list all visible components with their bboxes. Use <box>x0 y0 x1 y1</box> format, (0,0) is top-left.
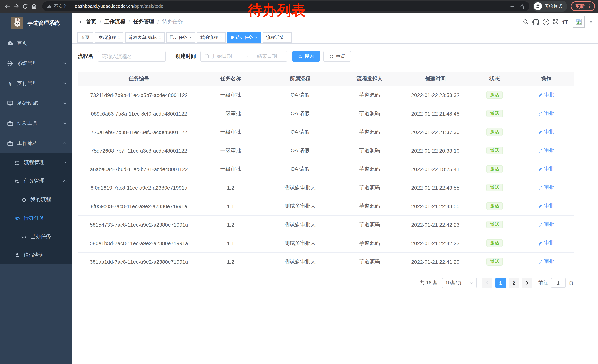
sidebar-toggle-icon[interactable] <box>75 18 82 25</box>
cell-action: 审批 <box>519 160 573 178</box>
tab-todo-tasks[interactable]: 待办任务× <box>227 32 261 43</box>
tab-close-icon[interactable]: × <box>286 35 288 40</box>
cell-process: 测试多审批人 <box>261 197 339 215</box>
sidebar-item-done-tasks[interactable]: 已办任务 <box>0 227 72 246</box>
sidebar-item-leave-query[interactable]: 请假查询 <box>0 246 72 264</box>
browser-update-button[interactable]: 更新 <box>571 1 595 11</box>
next-page-button[interactable] <box>522 278 532 288</box>
reset-button[interactable]: 重置 <box>324 51 351 62</box>
browser-back-icon[interactable] <box>4 3 10 9</box>
list-icon <box>15 160 20 165</box>
avatar-caret-icon[interactable] <box>589 21 593 23</box>
goto-page-input[interactable] <box>551 278 566 288</box>
breadcrumb-home[interactable]: 首页 <box>86 18 96 25</box>
edit-pencil-icon <box>538 111 543 116</box>
approve-link[interactable]: 审批 <box>538 240 555 246</box>
sidebar-item-workflow[interactable]: 工作流程 <box>0 133 72 153</box>
start-date-placeholder[interactable]: 开始日期 <box>212 53 245 60</box>
approve-link[interactable]: 审批 <box>538 203 555 209</box>
tab-close-icon[interactable]: × <box>118 35 120 40</box>
cell-create-time: 2022-01-22 23:53:32 <box>400 86 471 104</box>
status-badge: 激活 <box>486 146 503 154</box>
browser-reload-icon[interactable] <box>22 3 28 9</box>
sidebar: 芋道管理系统 首页 系统管理 ¥ 支付管理 基础设施 <box>0 13 72 364</box>
approve-link[interactable]: 审批 <box>538 92 555 98</box>
app-logo[interactable]: 芋道管理系统 <box>0 13 72 33</box>
date-range-picker[interactable]: 开始日期 - 结束日期 <box>200 51 287 62</box>
approve-link[interactable]: 审批 <box>538 258 555 265</box>
cell-action: 审批 <box>519 197 573 215</box>
approve-link[interactable]: 审批 <box>538 166 555 172</box>
cell-action: 审批 <box>519 141 573 160</box>
tab-my-process[interactable]: 我的流程× <box>197 32 226 43</box>
url-domain[interactable]: dashboard.yudao.iocoder.cn <box>75 4 133 9</box>
approve-link[interactable]: 审批 <box>538 221 555 228</box>
cell-task-id: 725a1eb6-7b88-11ec-8ef0-acde48001122 <box>78 123 200 141</box>
update-label[interactable]: 更新 <box>575 3 585 9</box>
approve-link-label: 审批 <box>544 184 555 191</box>
breadcrumb-separator: / <box>129 19 130 25</box>
page-2-button[interactable]: 2 <box>509 278 519 288</box>
cell-task-id: 8f059c03-7ac8-11ec-a9e2-a2380e71991a <box>78 197 200 215</box>
prev-page-button[interactable] <box>482 278 492 288</box>
tab-process-detail[interactable]: 流程详情× <box>263 32 291 43</box>
sidebar-item-my-process[interactable]: 我的流程 <box>0 190 72 209</box>
breadcrumb-workflow[interactable]: 工作流程 <box>105 18 125 25</box>
process-name-input[interactable] <box>98 51 166 62</box>
sidebar-item-home[interactable]: 首页 <box>0 33 72 53</box>
table-row: 75d72608-7b7f-11ec-a3c8-acde48001122 一级审… <box>78 141 573 160</box>
cell-action: 审批 <box>519 123 573 141</box>
sidebar-item-label: 待办任务 <box>24 215 67 221</box>
sidebar-item-infra[interactable]: 基础设施 <box>0 93 72 113</box>
sidebar-item-system[interactable]: 系统管理 <box>0 53 72 73</box>
cell-task-name: 一级审批 <box>200 141 261 160</box>
workflow-submenu: 流程管理 任务管理 我的流程 待办任务 <box>0 153 72 264</box>
browser-home-icon[interactable] <box>31 3 37 9</box>
briefcase-icon <box>7 140 13 146</box>
github-icon[interactable] <box>532 18 540 25</box>
tab-home[interactable]: 首页 <box>77 32 93 43</box>
font-size-icon[interactable]: tT <box>562 19 568 25</box>
approve-link[interactable]: 审批 <box>538 147 555 154</box>
end-date-placeholder[interactable]: 结束日期 <box>251 53 284 60</box>
breadcrumb-task-mgmt[interactable]: 任务管理 <box>133 18 154 25</box>
breadcrumb-current: 待办任务 <box>162 18 183 25</box>
fullscreen-icon[interactable] <box>552 18 559 25</box>
password-key-icon[interactable] <box>509 4 515 9</box>
goto-label: 前往 <box>538 280 548 286</box>
sidebar-item-label: 任务管理 <box>24 178 63 184</box>
edit-pencil-icon <box>538 241 543 245</box>
approve-link-label: 审批 <box>544 166 555 172</box>
sidebar-item-task-mgmt[interactable]: 任务管理 <box>0 172 72 190</box>
approve-link[interactable]: 审批 <box>538 184 555 191</box>
sidebar-item-devtools[interactable]: 研发工具 <box>0 113 72 133</box>
cell-process: OA 请假 <box>261 160 339 178</box>
avatar[interactable] <box>573 16 585 28</box>
sidebar-item-process-mgmt[interactable]: 流程管理 <box>0 153 72 172</box>
help-icon[interactable]: ? <box>543 19 549 25</box>
page-1-button[interactable]: 1 <box>495 278 506 288</box>
active-tab-dot <box>231 36 234 39</box>
not-secure-warning-icon <box>47 4 52 9</box>
tab-close-icon[interactable]: × <box>220 35 222 40</box>
approve-link[interactable]: 审批 <box>538 129 555 135</box>
page-size-select[interactable]: 10条/页 <box>442 278 477 288</box>
sidebar-item-todo-tasks[interactable]: 待办任务 <box>0 209 72 227</box>
tab-process-form-edit[interactable]: 流程表单-编辑× <box>125 32 165 43</box>
tab-start-process[interactable]: 发起流程× <box>95 32 124 43</box>
col-task-id: 任务编号 <box>78 72 200 86</box>
search-button[interactable]: 搜索 <box>292 51 320 62</box>
process-name-label: 流程名 <box>78 53 93 60</box>
tab-done-tasks[interactable]: 已办任务× <box>166 32 195 43</box>
browser-menu-icon[interactable] <box>587 4 592 9</box>
tab-close-icon[interactable]: × <box>159 35 161 40</box>
browser-forward-icon[interactable] <box>13 3 19 9</box>
search-icon[interactable] <box>523 18 529 25</box>
bookmark-star-icon[interactable] <box>519 4 525 9</box>
tab-close-icon[interactable]: × <box>189 35 192 40</box>
url-path[interactable]: /bpm/task/todo <box>133 4 163 9</box>
tab-close-icon[interactable]: × <box>255 35 258 40</box>
security-label[interactable]: 不安全 <box>54 3 67 9</box>
sidebar-item-payment[interactable]: ¥ 支付管理 <box>0 73 72 93</box>
approve-link[interactable]: 审批 <box>538 110 555 117</box>
